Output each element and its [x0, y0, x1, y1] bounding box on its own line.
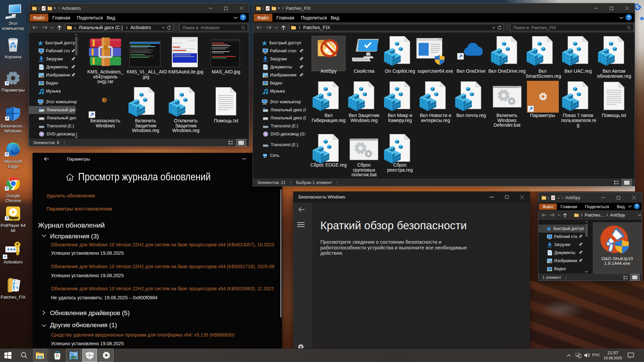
svg-text:Player: Player	[8, 216, 18, 220]
